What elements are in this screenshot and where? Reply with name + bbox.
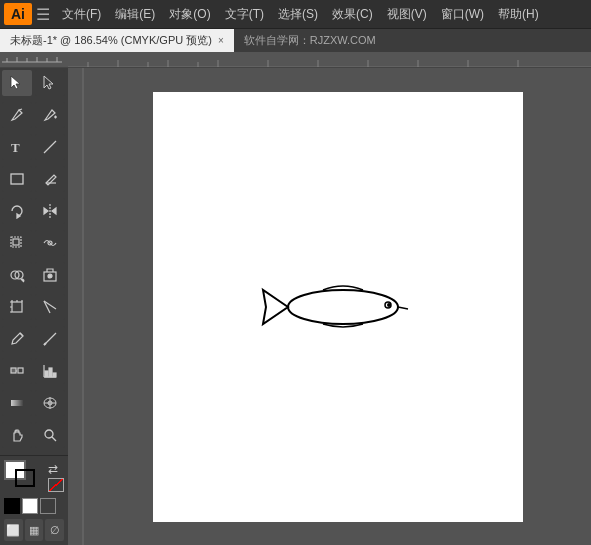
add-anchor-tool[interactable]	[35, 102, 65, 128]
svg-marker-8	[44, 76, 53, 89]
canvas-ruler-left	[68, 68, 84, 545]
ruler-left-svg	[68, 68, 84, 545]
hand-tool[interactable]	[2, 422, 32, 448]
app-logo: Ai	[4, 3, 32, 25]
white-fill-button[interactable]	[22, 498, 38, 514]
menu-type[interactable]: 文字(T)	[219, 4, 270, 25]
menu-select[interactable]: 选择(S)	[272, 4, 324, 25]
menu-view[interactable]: 视图(V)	[381, 4, 433, 25]
menu-items: 文件(F) 编辑(E) 对象(O) 文字(T) 选择(S) 效果(C) 视图(V…	[56, 4, 545, 25]
zoom-tool[interactable]	[35, 422, 65, 448]
canvas-ruler-top	[68, 52, 591, 68]
svg-line-38	[20, 333, 23, 336]
tool-grid: T	[0, 68, 68, 455]
svg-line-40	[44, 343, 46, 345]
menu-object[interactable]: 对象(O)	[163, 4, 216, 25]
reflect-tool[interactable]	[35, 198, 65, 224]
line-tool[interactable]	[35, 134, 65, 160]
toolbar: T	[0, 52, 68, 545]
svg-rect-42	[18, 368, 23, 373]
tab-close-button[interactable]: ×	[218, 35, 224, 46]
menu-bar: Ai ☰ 文件(F) 编辑(E) 对象(O) 文字(T) 选择(S) 效果(C)…	[0, 0, 591, 28]
svg-line-26	[22, 279, 24, 281]
slice-tool[interactable]	[35, 294, 65, 320]
menu-edit[interactable]: 编辑(E)	[109, 4, 161, 25]
live-paint-tool[interactable]	[35, 262, 65, 288]
canvas-content	[84, 68, 591, 545]
warp-tool[interactable]	[35, 230, 65, 256]
color-swatch-wrapper	[4, 460, 38, 490]
none-color-button[interactable]	[40, 498, 56, 514]
color-mode-row	[4, 498, 64, 514]
pen-tool[interactable]	[2, 102, 32, 128]
color-button[interactable]: ⬜	[4, 519, 23, 541]
svg-point-74	[288, 290, 398, 324]
stroke-swatch[interactable]	[15, 469, 35, 487]
rect-tool[interactable]	[2, 166, 32, 192]
svg-rect-41	[11, 368, 16, 373]
svg-rect-72	[68, 68, 84, 545]
toolbar-ruler	[0, 52, 68, 68]
chart-tool[interactable]	[35, 358, 65, 384]
svg-line-9	[19, 109, 22, 110]
svg-rect-29	[12, 302, 22, 312]
svg-rect-47	[49, 368, 52, 377]
svg-rect-20	[13, 239, 19, 245]
color-area: ⇄ ⬜ ▦ ∅	[0, 455, 68, 545]
bottom-icons: ⬜ ▦ ∅	[4, 519, 64, 541]
eraser-tool[interactable]	[35, 166, 65, 192]
tab-inactive-label: 软件自学网：RJZXW.COM	[244, 33, 376, 48]
measure-tool[interactable]	[35, 326, 65, 352]
none-button[interactable]: ∅	[45, 519, 64, 541]
eyedropper-tool[interactable]	[2, 326, 32, 352]
menu-file[interactable]: 文件(F)	[56, 4, 107, 25]
menu-icon[interactable]: ☰	[36, 5, 50, 24]
svg-point-56	[45, 430, 53, 438]
rotate-tool[interactable]	[2, 198, 32, 224]
tab-inactive[interactable]: 软件自学网：RJZXW.COM	[234, 29, 386, 52]
svg-rect-48	[53, 373, 56, 377]
menu-window[interactable]: 窗口(W)	[435, 4, 490, 25]
svg-point-76	[388, 304, 390, 306]
svg-marker-18	[44, 208, 48, 214]
gradient-tool[interactable]	[2, 390, 32, 416]
tab-active-label: 未标题-1* @ 186.54% (CMYK/GPU 预览)	[10, 33, 212, 48]
svg-rect-58	[68, 52, 591, 68]
default-colors-icon[interactable]	[48, 478, 64, 492]
direct-select-tool[interactable]	[35, 70, 65, 96]
ruler-top-svg	[68, 52, 591, 68]
fish-illustration	[248, 272, 428, 342]
main-area: T	[0, 52, 591, 545]
svg-marker-7	[11, 76, 20, 89]
gradient-button[interactable]: ▦	[25, 519, 44, 541]
mesh-tool[interactable]	[35, 390, 65, 416]
artboard-tool[interactable]	[2, 294, 32, 320]
blend-tool[interactable]	[2, 358, 32, 384]
white-canvas	[153, 92, 523, 522]
menu-effect[interactable]: 效果(C)	[326, 4, 379, 25]
svg-rect-46	[45, 371, 48, 377]
svg-line-77	[398, 307, 408, 309]
svg-line-57	[52, 437, 56, 441]
select-tool[interactable]	[2, 70, 32, 96]
shape-build-tool[interactable]	[2, 262, 32, 288]
menu-help[interactable]: 帮助(H)	[492, 4, 545, 25]
scale-tool[interactable]	[2, 230, 32, 256]
svg-rect-14	[11, 174, 23, 184]
svg-rect-49	[11, 400, 23, 406]
svg-marker-19	[52, 208, 56, 214]
tab-bar: 未标题-1* @ 186.54% (CMYK/GPU 预览) × 软件自学网：R…	[0, 28, 591, 52]
svg-line-13	[44, 141, 56, 153]
type-tool[interactable]: T	[2, 134, 32, 160]
svg-text:T: T	[11, 140, 20, 155]
black-fill-button[interactable]	[4, 498, 20, 514]
svg-point-28	[48, 274, 52, 278]
ruler-icon	[2, 54, 62, 66]
canvas-area[interactable]	[68, 52, 591, 545]
tab-active[interactable]: 未标题-1* @ 186.54% (CMYK/GPU 预览) ×	[0, 29, 234, 52]
swap-colors-icon[interactable]: ⇄	[48, 462, 64, 476]
